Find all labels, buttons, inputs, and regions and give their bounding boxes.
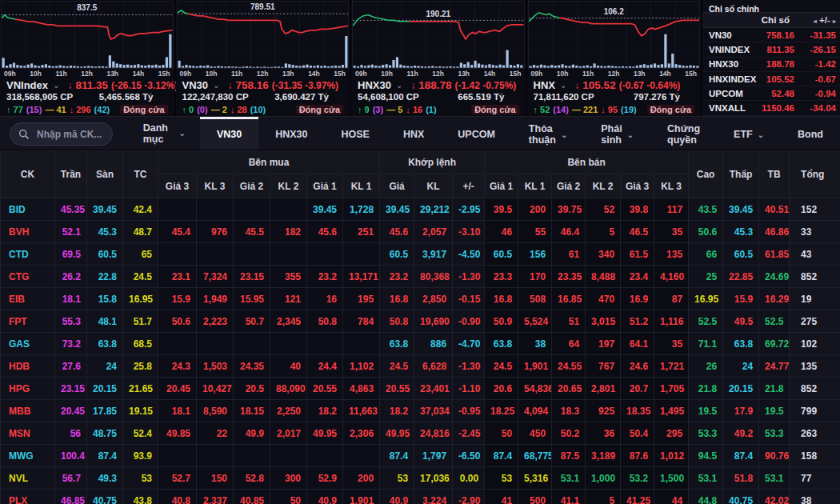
table-row[interactable]: HPG23.1520.1521.6520.4510,42720.588,0902… xyxy=(1,378,840,400)
change-col-header[interactable]: ◂ +/- ▸ xyxy=(790,15,836,25)
col-ask-price3[interactable]: Giá 3 xyxy=(621,174,654,198)
chevron-down-icon[interactable]: ⌄ xyxy=(560,81,566,90)
index-name[interactable]: VN30 xyxy=(182,79,209,91)
chevron-down-icon[interactable]: ⌄ xyxy=(53,81,59,90)
table-row[interactable]: PLX46.8540.7543.840.82,33740.855040.91,9… xyxy=(1,490,840,504)
col-floor[interactable]: Sàn xyxy=(87,151,123,198)
price-cell: 35 xyxy=(654,221,689,243)
price-cell: 53 xyxy=(123,467,158,490)
table-row[interactable]: EIB18.115.816.9515.91,94915.951211619516… xyxy=(1,288,840,310)
tab-upcom[interactable]: UPCOM xyxy=(441,117,512,150)
col-ask-vol1[interactable]: KL 1 xyxy=(518,174,552,198)
col-total[interactable]: Tổng xyxy=(790,151,840,198)
col-ticker[interactable]: CK xyxy=(1,151,55,198)
table-row[interactable]: BVH52.145.348.745.497645.518245.625145.6… xyxy=(1,221,840,243)
tab-bond[interactable]: Bond xyxy=(781,117,840,150)
price-cell: 117 xyxy=(654,198,689,221)
tab-hose[interactable]: HOSE xyxy=(324,117,386,150)
table-row[interactable]: MSN5648.7552.449.852249.92,01749.952,306… xyxy=(1,422,840,445)
col-match-change[interactable]: +/- xyxy=(453,174,485,198)
col-average[interactable]: TB xyxy=(759,151,790,198)
price-cell: 50.6 xyxy=(158,310,197,333)
index-name[interactable]: VNIndex xyxy=(6,79,48,91)
col-ceiling[interactable]: Trần xyxy=(55,151,87,198)
index-row[interactable]: HNX30188.78-1.42 xyxy=(702,58,840,72)
col-low[interactable]: Thấp xyxy=(723,151,759,198)
table-row[interactable]: HDB27.62425.824.31,50324.354024.41,10224… xyxy=(1,355,840,378)
tab-vn30[interactable]: VN30 xyxy=(200,117,258,150)
time-tick: 12h xyxy=(257,70,269,78)
tab-phái-sinh[interactable]: Phái sinh⌄ xyxy=(584,117,650,150)
tab-thỏa-thuận[interactable]: Thỏa thuận⌄ xyxy=(512,117,584,150)
index-name[interactable]: HNX xyxy=(534,79,555,91)
price-cell: 50.8 xyxy=(307,310,343,333)
price-cell: 1,500 xyxy=(654,467,689,490)
decliners: ↓ 296 xyxy=(70,105,91,114)
tab-hnx30[interactable]: HNX30 xyxy=(258,117,324,150)
price-cell: 50.9 xyxy=(485,310,518,333)
price-cell: 44 xyxy=(654,490,689,504)
col-ask-vol2[interactable]: KL 2 xyxy=(586,174,621,198)
chevron-down-icon[interactable]: ⌄ xyxy=(213,81,219,90)
chevron-down-icon[interactable]: ⌄ xyxy=(396,81,402,90)
sort-left-icon: ◂ xyxy=(814,18,817,25)
table-row[interactable]: NVL56.749.35352.715052.830052.92005317,0… xyxy=(1,467,840,490)
tab-chứng-quyền[interactable]: Chứng quyền xyxy=(650,117,717,150)
col-ask-price2[interactable]: Giá 2 xyxy=(552,174,586,198)
price-cell: 170 xyxy=(518,266,552,288)
index-row[interactable]: HNXINDEX105.52-0.67 xyxy=(702,72,840,86)
col-match-vol[interactable]: KL xyxy=(414,174,453,198)
table-row[interactable]: CTD69.560.56560.53,917-4.5060.5156613406… xyxy=(1,243,840,266)
col-high[interactable]: Cao xyxy=(689,151,723,198)
time-tick: 11h xyxy=(231,70,242,78)
col-bid-price3[interactable]: Giá 3 xyxy=(158,174,197,198)
ticker-search[interactable] xyxy=(10,122,113,146)
price-cell: 54,836 xyxy=(518,378,552,400)
index-row[interactable]: VNINDEX811.35-26.15 xyxy=(702,42,840,57)
price-cell: 21.8 xyxy=(759,378,790,400)
table-row[interactable]: MWG100.487.493.987.41,797-6.5087.468,775… xyxy=(1,445,840,467)
price-cell: 2,306 xyxy=(343,422,380,445)
col-bid-vol2[interactable]: KL 2 xyxy=(270,174,307,198)
col-bid-vol1[interactable]: KL 1 xyxy=(343,174,380,198)
search-input[interactable] xyxy=(35,128,104,141)
price-cell: 50 xyxy=(485,422,518,445)
index-row[interactable]: VN30758.16-31.35 xyxy=(702,28,840,42)
index-row[interactable]: UPCOM52.48-0.94 xyxy=(702,86,840,101)
table-row[interactable]: FPT55.348.151.750.62,22350.72,34550.8784… xyxy=(1,310,840,333)
price-cell: 21.8 xyxy=(689,378,723,400)
col-reference[interactable]: TC xyxy=(123,151,158,198)
watchlist-menu[interactable]: Danh mục ⌄ xyxy=(121,117,200,150)
tab-hnx[interactable]: HNX xyxy=(386,117,441,150)
col-match-price[interactable]: Giá xyxy=(380,174,414,198)
advancers: ↑ 9 xyxy=(358,105,370,114)
market-status: Đóng cửa xyxy=(120,105,167,114)
price-cell: 45.5 xyxy=(234,221,270,243)
index-rows: VN30758.16-31.35VNINDEX811.35-26.15HNX30… xyxy=(702,28,840,116)
index-row[interactable]: VNXALL1150.46-34.04 xyxy=(702,101,840,115)
col-ask-price1[interactable]: Giá 1 xyxy=(485,174,518,198)
price-cell: 25 xyxy=(689,266,723,288)
index-panel-tab[interactable]: Chỉ số chính xyxy=(702,0,840,12)
col-bid-price1[interactable]: Giá 1 xyxy=(307,174,343,198)
col-bid-price2[interactable]: Giá 2 xyxy=(234,174,270,198)
volume-shares: 318,568,905 CP xyxy=(6,92,73,104)
table-row[interactable]: MBB20.4517.8519.1518.18,59018.152,25018.… xyxy=(1,400,840,422)
index-name[interactable]: HNX30 xyxy=(358,79,391,91)
price-cell: 500 xyxy=(518,490,552,504)
table-row[interactable]: GAS73.263.868.563.8886-4.7063.8386419764… xyxy=(1,333,840,355)
time-tick: 10h xyxy=(30,70,42,78)
price-cell: 18.15 xyxy=(234,400,270,422)
col-ask-vol3[interactable]: KL 3 xyxy=(654,174,689,198)
volume-shares: 54,608,100 CP xyxy=(358,92,419,104)
group-ask: Bên bán xyxy=(485,151,689,174)
col-bid-vol3[interactable]: KL 3 xyxy=(197,174,234,198)
tab-etf[interactable]: ETF⌄ xyxy=(717,117,781,150)
table-row[interactable]: BID45.3539.4542.439.451,72839.4529,212-2… xyxy=(1,198,840,221)
price-cell xyxy=(343,333,380,355)
table-row[interactable]: CTG26.222.824.523.17,32423.1535523.213,1… xyxy=(1,266,840,288)
price-cell xyxy=(158,445,197,467)
time-tick: 13h xyxy=(282,70,294,78)
price-cell: 158 xyxy=(790,445,840,467)
price-cell: 64.1 xyxy=(621,333,654,355)
